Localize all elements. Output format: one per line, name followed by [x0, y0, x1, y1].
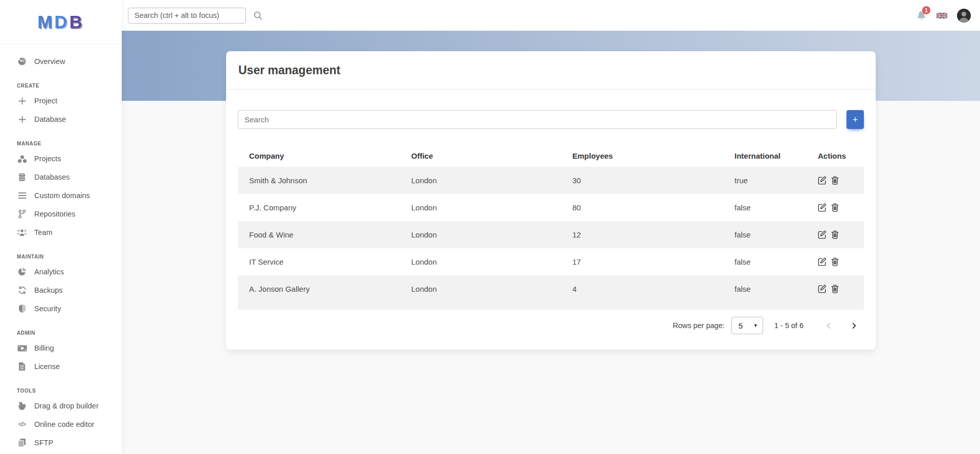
- add-record-button[interactable]: +: [847, 110, 864, 129]
- sidebar-item-repositories[interactable]: Repositories: [0, 205, 122, 223]
- chevron-right-icon: [850, 322, 858, 330]
- global-search-input[interactable]: [128, 8, 246, 24]
- edit-row-button[interactable]: [818, 203, 827, 212]
- cell-actions: [807, 275, 864, 310]
- page-title: User management: [238, 63, 863, 77]
- row-actions: [818, 285, 861, 293]
- edit-row-button[interactable]: [818, 230, 827, 239]
- edit-icon: [818, 176, 827, 185]
- sidebar-item-sftp[interactable]: SFTP: [0, 434, 122, 452]
- table-row: A. Jonson GalleryLondon4false: [238, 275, 864, 310]
- sidebar-item-label: Team: [34, 228, 52, 236]
- main-content: User management + CompanyOfficeEmployees…: [122, 0, 980, 350]
- cell-employees: 30: [561, 167, 723, 194]
- cell-company: A. Jonson Gallery: [238, 275, 400, 310]
- sidebar-item-database[interactable]: Database: [0, 110, 122, 128]
- cell-actions: [807, 248, 864, 275]
- language-flag-button[interactable]: [937, 12, 947, 19]
- shield-icon: [17, 304, 27, 313]
- plus-icon: [17, 97, 27, 105]
- sidebar-item-billing[interactable]: Billing: [0, 339, 122, 357]
- sidebar-item-databases[interactable]: Databases: [0, 168, 122, 186]
- user-avatar[interactable]: [957, 9, 971, 23]
- cell-office: London: [400, 221, 561, 248]
- column-header-actions: Actions: [807, 145, 864, 167]
- sidebar-item-custom-domains[interactable]: Custom domains: [0, 186, 122, 205]
- next-page-button[interactable]: [848, 320, 860, 332]
- code-icon: </>: [17, 421, 27, 428]
- delete-row-button[interactable]: [831, 203, 839, 212]
- sidebar-item-team[interactable]: Team: [0, 223, 122, 242]
- uk-flag-icon: [937, 12, 947, 19]
- pagination-range: 1 - 5 of 6: [774, 321, 804, 330]
- cell-company: P.J. Company: [238, 194, 400, 221]
- cell-company: Food & Wine: [238, 221, 400, 248]
- table-row: P.J. CompanyLondon80false: [238, 194, 864, 221]
- user-management-card: User management + CompanyOfficeEmployees…: [226, 51, 876, 350]
- rows-per-page-value: 5: [739, 321, 743, 330]
- rows-per-page-select[interactable]: 5 ▼: [731, 317, 763, 334]
- tachometer-icon: [17, 57, 27, 66]
- delete-row-button[interactable]: [831, 257, 839, 266]
- delete-row-button[interactable]: [831, 230, 839, 239]
- cell-employees: 4: [561, 275, 723, 310]
- brand-logo[interactable]: MDB: [0, 0, 122, 44]
- sidebar-item-security[interactable]: Security: [0, 299, 122, 318]
- sidebar-item-label: Databases: [34, 173, 70, 181]
- sidebar-item-drag-drop-builder[interactable]: Drag & drop builder: [0, 397, 122, 415]
- users-table: CompanyOfficeEmployeesInternationalActio…: [238, 145, 864, 310]
- mdb-logo: MDB: [37, 12, 84, 32]
- cell-office: London: [400, 248, 561, 275]
- plus-icon: [17, 116, 27, 123]
- table-search-input[interactable]: [238, 110, 837, 129]
- table-toolbar: +: [238, 110, 864, 129]
- previous-page-button[interactable]: [823, 320, 835, 332]
- edit-row-button[interactable]: [818, 257, 827, 266]
- sidebar-item-label: SFTP: [34, 439, 53, 447]
- sidebar-item-project[interactable]: Project: [0, 92, 122, 110]
- cell-employees: 12: [561, 221, 723, 248]
- edit-icon: [818, 257, 827, 266]
- edit-icon: [818, 230, 827, 239]
- delete-row-button[interactable]: [831, 285, 839, 293]
- chart-pie-icon: [17, 267, 27, 276]
- copy-icon: [17, 438, 27, 447]
- sidebar-item-analytics[interactable]: Analytics: [0, 263, 122, 281]
- table-header-row: CompanyOfficeEmployeesInternationalActio…: [238, 145, 864, 167]
- chevron-left-icon: [825, 322, 833, 330]
- sidebar-item-license[interactable]: License: [0, 357, 122, 376]
- edit-icon: [818, 285, 827, 293]
- edit-row-button[interactable]: [818, 285, 827, 293]
- money-bill-icon: [17, 345, 27, 352]
- delete-row-button[interactable]: [831, 176, 839, 185]
- cell-international: false: [723, 248, 807, 275]
- cell-office: London: [400, 275, 561, 310]
- cell-office: London: [400, 194, 561, 221]
- sidebar-item-projects[interactable]: Projects: [0, 149, 122, 168]
- row-actions: [818, 230, 861, 239]
- sidebar-item-backups[interactable]: Backups: [0, 281, 122, 299]
- sidebar-item-label: Analytics: [34, 268, 64, 276]
- sync-icon: [17, 286, 27, 294]
- sidebar-item-label: Repositories: [34, 210, 76, 218]
- plus-icon: +: [853, 115, 858, 124]
- sidebar-item-online-code-editor[interactable]: </>Online code editor: [0, 415, 122, 434]
- row-actions: [818, 203, 861, 212]
- trash-icon: [831, 230, 839, 239]
- code-branch-icon: [17, 209, 27, 219]
- sidebar-item-overview[interactable]: Overview: [0, 52, 122, 71]
- sidebar-item-label: Online code editor: [34, 420, 95, 428]
- sidebar-nav: OverviewCREATEProjectDatabaseMANAGEProje…: [0, 44, 122, 452]
- users-icon: [17, 229, 27, 236]
- edit-row-button[interactable]: [818, 176, 827, 185]
- column-header-international: International: [723, 145, 807, 167]
- topbar: 1: [122, 0, 980, 31]
- cell-actions: [807, 194, 864, 221]
- rows-per-page-label: Rows per page:: [673, 321, 725, 330]
- caret-down-icon: ▼: [753, 323, 758, 328]
- card-header: User management: [226, 51, 876, 90]
- list-icon: [17, 192, 27, 199]
- notification-count-badge: 1: [922, 6, 930, 14]
- search-icon[interactable]: [253, 11, 263, 20]
- notifications-button[interactable]: 1: [916, 10, 927, 21]
